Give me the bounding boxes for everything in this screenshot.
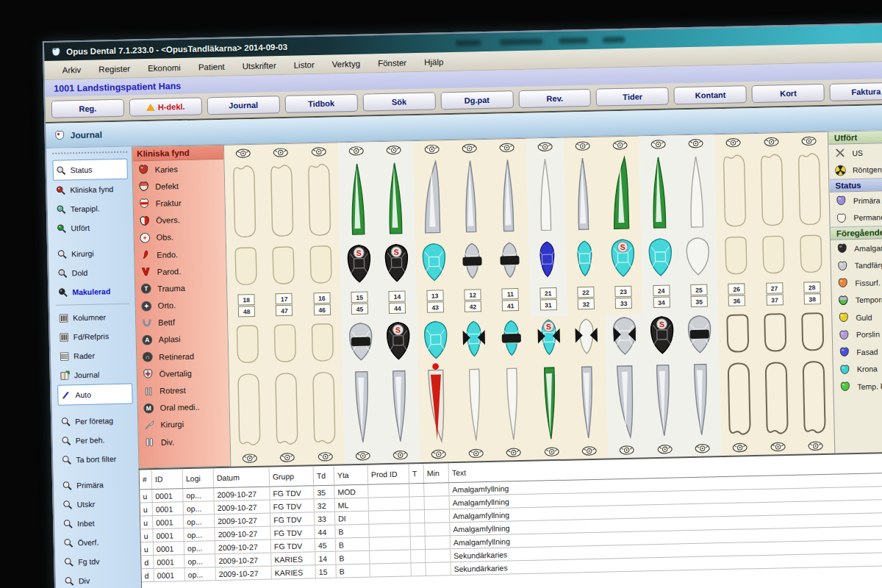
tooth-eye-icon-bottom[interactable] (684, 440, 722, 456)
tooth-column-18-48[interactable]: 1848 (224, 145, 269, 467)
tooth-eye-icon-top[interactable] (224, 145, 262, 162)
upper-tooth-root[interactable] (714, 150, 754, 234)
sidebar-item-makulerad[interactable]: Makulerad (55, 282, 131, 302)
tooth-eye-icon-bottom[interactable] (721, 439, 759, 456)
sidebar-item-utfört[interactable]: Utfört (54, 218, 129, 238)
toolbar-button-kontant[interactable]: Kontant (674, 85, 747, 104)
upper-tooth-occlusal[interactable]: S (340, 242, 379, 286)
toolbar-button-reg[interactable]: Reg. (51, 99, 124, 118)
tooth-eye-icon-bottom[interactable] (759, 438, 797, 455)
legend-row-amalgam[interactable]: AmalgamB (831, 237, 882, 257)
lower-tooth-root[interactable] (380, 362, 420, 447)
upper-tooth-root[interactable] (790, 148, 830, 233)
upper-tooth-root[interactable] (376, 157, 415, 242)
toolbar-button-tider[interactable]: Tider (596, 87, 669, 107)
sidebar-item-journal[interactable]: Journal (57, 365, 133, 385)
sidebar-item-status[interactable]: Status (52, 159, 128, 181)
legend-row-fissurf[interactable]: Fissurf.P (831, 271, 882, 292)
legend-row-krona[interactable]: KronaTT (833, 358, 882, 379)
toolbar-button-hdekl[interactable]: H-dekl. (129, 97, 202, 116)
tooth-eye-icon-bottom[interactable] (645, 440, 684, 457)
lower-tooth-occlusal[interactable] (341, 320, 380, 364)
toolbar-button-rev[interactable]: Rev. (518, 89, 591, 108)
tooth-column-11-41[interactable]: 1141 (488, 139, 533, 461)
tooth-column-28-38[interactable]: 2838 (790, 132, 835, 454)
tooth-eye-icon-bottom[interactable] (532, 443, 570, 460)
lower-tooth-root[interactable] (455, 361, 495, 445)
sidebar-item-inbet[interactable]: Inbet (60, 513, 136, 534)
tooth-eye-icon-top[interactable] (790, 132, 828, 149)
menu-item-verktyg[interactable]: Verktyg (325, 57, 368, 70)
tooth-eye-icon-top[interactable] (639, 135, 677, 152)
lower-tooth-occlusal[interactable] (605, 314, 644, 358)
table-header-t[interactable]: T (409, 464, 425, 483)
sidebar-item-fdrefpris[interactable]: Fd/Refpris (56, 326, 132, 347)
lower-tooth-occlusal[interactable] (304, 320, 343, 365)
upper-tooth-occlusal[interactable] (453, 240, 492, 284)
upper-tooth-occlusal[interactable] (490, 239, 529, 283)
lower-tooth-root[interactable] (229, 366, 269, 451)
upper-tooth-occlusal[interactable] (717, 234, 756, 278)
upper-tooth-occlusal[interactable] (566, 237, 605, 282)
upper-tooth-root[interactable] (602, 152, 642, 237)
lower-tooth-occlusal[interactable] (794, 310, 833, 354)
lower-tooth-root[interactable] (757, 354, 797, 439)
tooth-eye-icon-bottom[interactable] (231, 450, 269, 467)
table-header-#[interactable]: # (140, 470, 153, 489)
tooth-eye-icon-bottom[interactable] (608, 441, 646, 458)
lower-tooth-occlusal[interactable] (756, 311, 795, 355)
tooth-eye-icon-top[interactable] (375, 141, 413, 158)
sidebar-item-perbeh[interactable]: Per beh. (58, 430, 134, 451)
table-header-logi[interactable]: Logi (183, 468, 215, 488)
lower-tooth-root[interactable] (568, 359, 608, 443)
finding-item-fraktur[interactable]: Fraktur (133, 193, 224, 212)
tooth-column-26-36[interactable]: 2636 (714, 134, 759, 456)
upper-tooth-occlusal[interactable] (264, 244, 303, 288)
lower-tooth-occlusal[interactable] (417, 318, 456, 362)
tooth-column-25-35[interactable]: 2535 (677, 135, 722, 456)
tooth-eye-icon-top[interactable] (752, 133, 790, 150)
menu-item-patient[interactable]: Patient (191, 60, 232, 73)
sidebar-item-fgtdv[interactable]: Fg tdv (61, 551, 137, 572)
tooth-column-22-32[interactable]: 2232 (564, 137, 609, 459)
lower-tooth-root[interactable] (795, 354, 834, 438)
table-header-min[interactable]: Min (424, 463, 450, 483)
tooth-column-15-45[interactable]: S1545 (337, 142, 382, 464)
legend-row-permanenta[interactable]: Permanenta (830, 207, 882, 227)
finding-item-defekt[interactable]: Defekt (133, 176, 224, 196)
tooth-eye-icon-top[interactable] (300, 143, 338, 159)
lower-tooth-occlusal[interactable] (266, 321, 305, 365)
lower-tooth-occlusal[interactable]: S (643, 313, 682, 357)
menu-item-register[interactable]: Register (91, 62, 137, 75)
legend-row-porslin[interactable]: PorslinE (833, 323, 882, 344)
upper-tooth-occlusal[interactable] (302, 243, 341, 287)
tooth-eye-icon-top[interactable] (601, 136, 639, 153)
tooth-eye-icon-top[interactable] (413, 140, 451, 157)
upper-tooth-occlusal[interactable] (528, 238, 567, 282)
tooth-column-14-44[interactable]: S1444 S (375, 141, 420, 463)
legend-row-temporär[interactable]: TemporärI (832, 289, 882, 309)
tooth-column-13-43[interactable]: 1343 (413, 140, 458, 462)
tooth-column-17-47[interactable]: 1747 (262, 144, 306, 466)
upper-tooth-root[interactable] (677, 151, 717, 235)
toolbar-button-faktura[interactable]: Faktura (830, 82, 882, 101)
table-header-yta[interactable]: Yta (334, 465, 369, 485)
upper-tooth-occlusal[interactable] (792, 232, 831, 276)
finding-item-trauma[interactable]: TTrauma (135, 279, 226, 298)
finding-item-övertalig[interactable]: Övertalig (137, 364, 229, 383)
upper-tooth-root[interactable] (224, 161, 264, 245)
table-header-prodid[interactable]: Prod ID (368, 464, 410, 484)
lower-tooth-root[interactable] (719, 355, 759, 440)
tooth-column-16-46[interactable]: 1646 (300, 143, 345, 465)
upper-tooth-root[interactable] (753, 149, 792, 234)
tooth-eye-icon-bottom[interactable] (268, 448, 306, 465)
toolbar-button-sk[interactable]: Sök (362, 92, 435, 111)
sidebar-item-överf[interactable]: Överf. (60, 532, 136, 553)
tooth-column-27-37[interactable]: 2737 (752, 133, 797, 455)
legend-row-tandfärgad[interactable]: TandfärgadE (831, 254, 882, 275)
tooth-eye-icon-bottom[interactable] (420, 445, 458, 462)
menu-item-utskrifter[interactable]: Utskrifter (234, 59, 283, 71)
tooth-eye-icon-bottom[interactable] (495, 444, 533, 461)
tooth-eye-icon-top[interactable] (262, 144, 300, 161)
sidebar-item-primära[interactable]: Primära (60, 475, 135, 495)
